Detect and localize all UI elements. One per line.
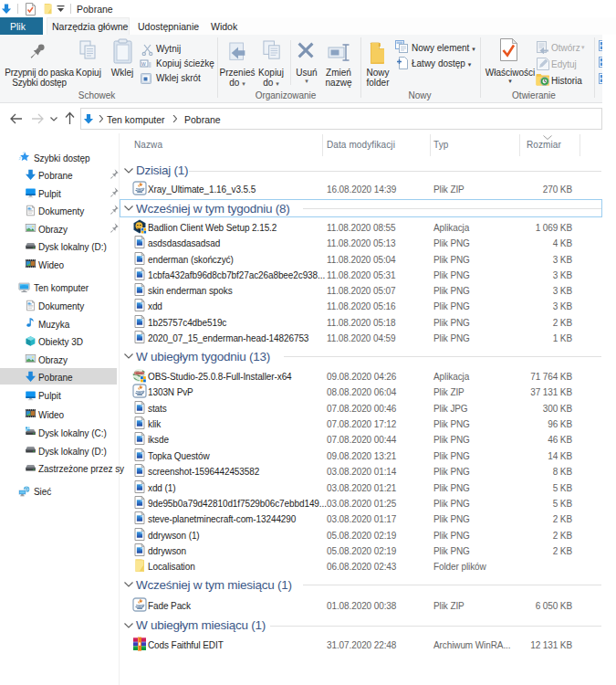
svg-text:W: W (141, 61, 146, 67)
